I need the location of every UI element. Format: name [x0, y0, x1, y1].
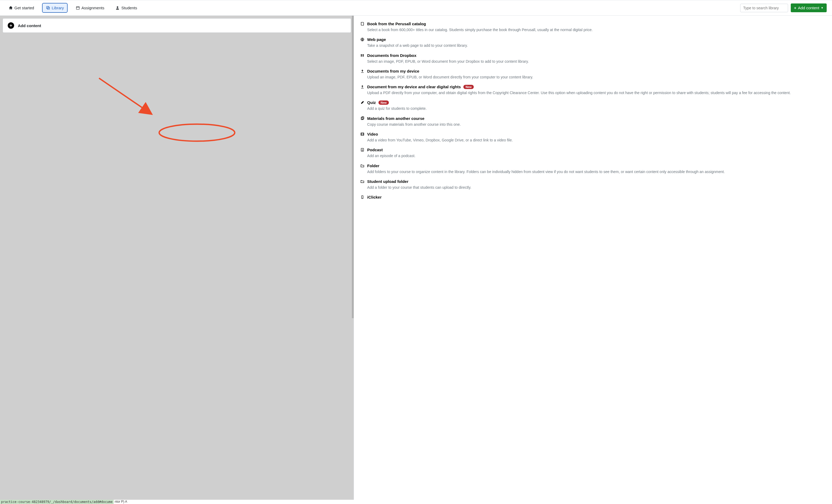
add-content-row[interactable]: + Add content	[3, 18, 351, 33]
option-desc: Select a book from 600,000+ titles in ou…	[367, 27, 829, 32]
content-option-quiz[interactable]: QuizNewAdd a quiz for students to comple…	[360, 100, 829, 111]
option-title-row: Video	[360, 132, 829, 136]
svg-rect-0	[47, 6, 49, 8]
svg-point-11	[362, 198, 363, 198]
main: + Add content Book from the Perusall cat…	[0, 16, 832, 504]
tab-students[interactable]: Students	[112, 3, 140, 12]
tab-library[interactable]: Library	[42, 3, 68, 13]
tab-get-started[interactable]: Get started	[5, 3, 37, 12]
add-content-button-label: Add content	[798, 6, 819, 10]
option-title: Quiz	[367, 100, 376, 105]
option-desc: Upload an image, PDF, EPUB, or Word docu…	[367, 75, 829, 80]
content-option-documents-from-dropbox[interactable]: Documents from DropboxSelect an image, P…	[360, 53, 829, 64]
nav-tabs: Get started Library Assignments Students	[5, 3, 140, 13]
content-option-student-upload-folder[interactable]: Student upload folderAdd a folder to you…	[360, 179, 829, 190]
top-bar: Get started Library Assignments Students…	[0, 0, 832, 16]
tab-students-label: Students	[121, 6, 137, 10]
option-title-row: Podcast	[360, 147, 829, 152]
svg-rect-2	[76, 7, 79, 9]
status-bar: practice-course-482348979/_/dashboard/do…	[0, 500, 832, 504]
user-icon	[115, 6, 120, 10]
new-badge: New	[463, 85, 474, 89]
dropbox-icon	[360, 53, 365, 57]
podcast-icon	[360, 148, 365, 152]
option-title-row: QuizNew	[360, 100, 829, 105]
option-desc: Select an image, PDF, EPUB, or Word docu…	[367, 59, 829, 64]
copy-icon	[360, 116, 365, 120]
content-option-book-from-the-perusall-catalog[interactable]: Book from the Perusall catalogSelect a b…	[360, 22, 829, 32]
svg-point-9	[362, 149, 363, 150]
tab-assignments[interactable]: Assignments	[72, 3, 107, 12]
option-title: Podcast	[367, 147, 383, 152]
calendar-icon	[76, 6, 80, 10]
content-option-video[interactable]: VideoAdd a video from YouTube, Vimeo, Dr…	[360, 132, 829, 143]
option-desc: Add an episode of a podcast.	[367, 153, 829, 159]
tab-get-started-label: Get started	[15, 6, 34, 10]
content-option-documents-from-my-device[interactable]: Documents from my deviceUpload an image,…	[360, 69, 829, 80]
option-desc: Add a quiz for students to complete.	[367, 106, 829, 111]
left-panel: + Add content	[0, 16, 354, 504]
folder-icon	[360, 179, 365, 184]
option-desc: Upload a PDF directly from your computer…	[367, 90, 829, 95]
option-title-row: Book from the Perusall catalog	[360, 22, 829, 26]
option-desc: Add folders to your course to organize c…	[367, 169, 829, 174]
plus-icon: +	[794, 6, 796, 10]
option-title: iClicker	[367, 195, 382, 199]
right-panel: Book from the Perusall catalogSelect a b…	[354, 16, 832, 504]
content-option-iclicker[interactable]: iClicker	[360, 195, 829, 199]
home-icon	[8, 6, 13, 10]
option-desc: Take a snapshot of a web page to add to …	[367, 43, 829, 48]
option-title: Documents from Dropbox	[367, 53, 417, 58]
new-badge: New	[379, 101, 389, 105]
upload-icon	[360, 69, 365, 73]
option-title: Student upload folder	[367, 179, 409, 184]
film-icon	[360, 132, 365, 136]
top-actions: + Add content ▼	[740, 3, 827, 12]
svg-rect-1	[47, 7, 49, 9]
option-title: Video	[367, 132, 378, 136]
book-icon	[360, 22, 365, 26]
search-input[interactable]	[740, 4, 788, 12]
add-content-button[interactable]: + Add content ▼	[791, 3, 827, 12]
option-title: Book from the Perusall catalog	[367, 22, 426, 26]
add-content-row-label: Add content	[18, 23, 41, 28]
option-title-row: iClicker	[360, 195, 829, 199]
option-title-row: Web page	[360, 37, 829, 42]
mobile-icon	[360, 195, 365, 199]
option-title: Document from my device and clear digita…	[367, 85, 461, 89]
option-title-row: Documents from Dropbox	[360, 53, 829, 58]
content-option-podcast[interactable]: PodcastAdd an episode of a podcast.	[360, 147, 829, 159]
folder-icon	[360, 164, 365, 168]
option-title: Documents from my device	[367, 69, 419, 73]
content-option-web-page[interactable]: Web pageTake a snapshot of a web page to…	[360, 37, 829, 48]
svg-point-3	[117, 6, 119, 8]
tab-library-label: Library	[52, 6, 64, 10]
tab-assignments-label: Assignments	[81, 6, 104, 10]
copy-icon	[46, 6, 50, 10]
option-desc: Add a folder to your course that student…	[367, 185, 829, 190]
content-option-folder[interactable]: FolderAdd folders to your course to orga…	[360, 164, 829, 174]
status-suffix: ntor P) A	[114, 500, 127, 504]
option-title: Folder	[367, 164, 380, 168]
option-title-row: Documents from my device	[360, 69, 829, 73]
plus-circle-icon: +	[8, 22, 14, 29]
option-desc: Copy course materials from another cours…	[367, 122, 829, 127]
upload-icon	[360, 85, 365, 89]
caret-down-icon: ▼	[821, 6, 824, 9]
option-title: Materials from another course	[367, 116, 424, 121]
option-title-row: Document from my device and clear digita…	[360, 85, 829, 89]
option-desc: Add a video from YouTube, Vimeo, Dropbox…	[367, 137, 829, 143]
option-title-row: Folder	[360, 164, 829, 168]
globe-icon	[360, 37, 365, 41]
pencil-icon	[360, 101, 365, 105]
option-title: Web page	[367, 37, 386, 42]
option-title-row: Student upload folder	[360, 179, 829, 184]
option-title-row: Materials from another course	[360, 116, 829, 121]
content-option-materials-from-another-course[interactable]: Materials from another courseCopy course…	[360, 116, 829, 127]
content-option-document-from-my-device-and-clear-digital-rights[interactable]: Document from my device and clear digita…	[360, 85, 829, 95]
status-url: practice-course-482348979/_/dashboard/do…	[0, 500, 114, 504]
